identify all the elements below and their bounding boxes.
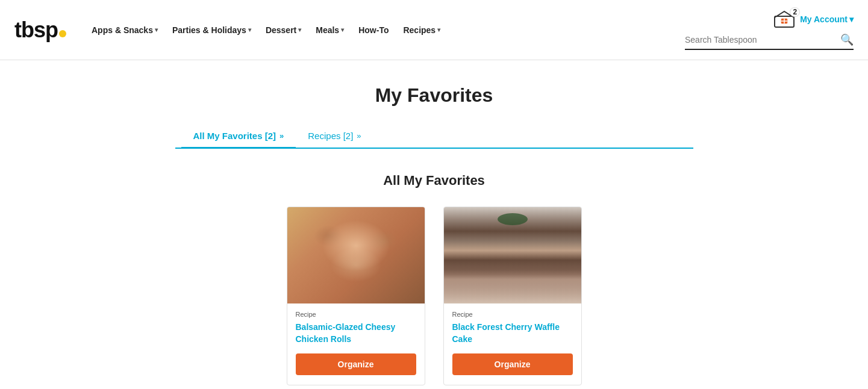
card-image-1 xyxy=(287,207,425,303)
nav-item-howto[interactable]: How-To xyxy=(352,20,395,40)
site-header: tbsp Apps & Snacks ▾ Parties & Holidays … xyxy=(0,0,868,60)
nav-label: Meals xyxy=(316,25,339,35)
nav-label: Recipes xyxy=(403,25,436,35)
card-1: Recipe Balsamic-Glazed Cheesy Chicken Ro… xyxy=(287,207,425,385)
chevron-down-icon: ▾ xyxy=(849,14,854,24)
tab-arrow-icon: » xyxy=(357,131,361,140)
tab-arrow-icon: » xyxy=(279,131,284,140)
section-title: All My Favorites xyxy=(175,173,693,188)
nav-item-recipes[interactable]: Recipes ▾ xyxy=(397,20,446,40)
tab-label: All My Favorites [2] xyxy=(193,131,276,141)
card-label-2: Recipe xyxy=(452,311,573,318)
chevron-down-icon: ▾ xyxy=(341,26,344,33)
nav-item-parties-holidays[interactable]: Parties & Holidays ▾ xyxy=(166,20,257,40)
card-title-2[interactable]: Black Forest Cherry Waffle Cake xyxy=(452,322,573,345)
nav-label: Dessert xyxy=(266,25,296,35)
tab-recipes[interactable]: Recipes [2] » xyxy=(296,125,373,149)
search-area: 🔍 xyxy=(685,33,854,50)
main-content: My Favorites All My Favorites [2] » Reci… xyxy=(163,60,705,389)
nav-item-dessert[interactable]: Dessert ▾ xyxy=(260,20,307,40)
header-right: 2 My Account ▾ 🔍 xyxy=(685,10,854,50)
search-icon[interactable]: 🔍 xyxy=(840,33,854,46)
card-body-2: Recipe Black Forest Cherry Waffle Cake O… xyxy=(444,303,581,385)
organize-button-1[interactable]: Organize xyxy=(296,353,416,375)
logo-dot xyxy=(59,30,66,37)
nav-item-apps-snacks[interactable]: Apps & Snacks ▾ xyxy=(86,20,164,40)
tab-all-favorites[interactable]: All My Favorites [2] » xyxy=(181,125,296,149)
chevron-down-icon: ▾ xyxy=(298,26,301,33)
chevron-down-icon: ▾ xyxy=(155,26,158,33)
my-account-link[interactable]: My Account ▾ xyxy=(800,14,854,24)
search-input[interactable] xyxy=(685,35,840,45)
my-account-label: My Account xyxy=(800,14,848,24)
account-area: 2 My Account ▾ xyxy=(773,10,854,28)
nav-item-meals[interactable]: Meals ▾ xyxy=(310,20,350,40)
card-body-1: Recipe Balsamic-Glazed Cheesy Chicken Ro… xyxy=(287,303,425,385)
favorites-tabs: All My Favorites [2] » Recipes [2] » xyxy=(175,125,693,149)
site-logo[interactable]: tbsp xyxy=(14,19,66,41)
nav-label: Apps & Snacks xyxy=(92,25,153,35)
page-title: My Favorites xyxy=(175,84,693,107)
cart-badge: 2 xyxy=(790,7,800,17)
nav-label: Parties & Holidays xyxy=(172,25,246,35)
card-2: Recipe Black Forest Cherry Waffle Cake O… xyxy=(443,207,582,385)
nav-label: How-To xyxy=(358,25,389,35)
header-left: tbsp Apps & Snacks ▾ Parties & Holidays … xyxy=(14,19,446,41)
card-title-1[interactable]: Balsamic-Glazed Cheesy Chicken Rolls xyxy=(296,322,416,345)
favorites-grid: Recipe Balsamic-Glazed Cheesy Chicken Ro… xyxy=(175,207,693,385)
organize-button-2[interactable]: Organize xyxy=(452,353,573,375)
card-image-2 xyxy=(444,207,581,303)
card-label-1: Recipe xyxy=(296,311,416,318)
chevron-down-icon: ▾ xyxy=(248,26,251,33)
main-nav: Apps & Snacks ▾ Parties & Holidays ▾ Des… xyxy=(86,20,446,40)
logo-text: tbsp xyxy=(14,19,58,41)
recipe-box-icon[interactable]: 2 xyxy=(773,10,795,28)
chevron-down-icon: ▾ xyxy=(437,26,440,33)
tab-label: Recipes [2] xyxy=(308,131,353,141)
